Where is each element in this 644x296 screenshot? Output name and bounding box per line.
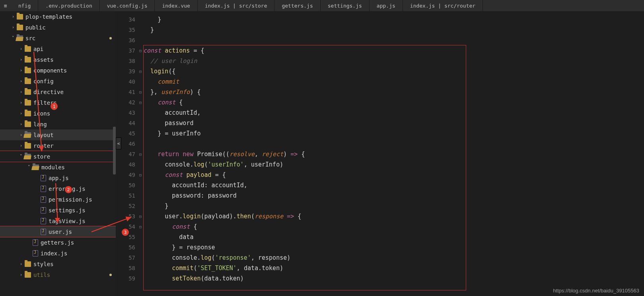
code-line[interactable]: commit <box>143 76 644 87</box>
code-editor[interactable]: 3435363738394041424344454647484950515253… <box>116 11 644 296</box>
code-line[interactable]: return new Promise((resolve, reject) => … <box>143 149 644 159</box>
line-number: 47 <box>116 149 138 159</box>
chevron-right-icon[interactable]: › <box>19 46 23 51</box>
sidebar-collapse-handle[interactable]: < <box>116 137 121 149</box>
js-file-icon <box>41 186 46 192</box>
code-line[interactable]: password <box>143 118 644 128</box>
tree-item-label: assets <box>33 57 54 63</box>
sidebar-scrollbar-thumb[interactable] <box>113 127 116 174</box>
code-line[interactable]: const { <box>143 97 644 108</box>
folder-api[interactable]: ›api <box>0 43 116 54</box>
code-line[interactable] <box>143 139 644 149</box>
file-getters-js[interactable]: getters.js <box>0 237 116 248</box>
chevron-right-icon[interactable]: › <box>19 132 23 137</box>
code-line[interactable]: password: password <box>143 190 644 201</box>
tab-getters-js[interactable]: getters.js <box>274 0 320 11</box>
folder-open-icon <box>33 165 39 170</box>
chevron-right-icon[interactable]: › <box>19 272 23 277</box>
folder-lang[interactable]: ›lang <box>0 119 116 129</box>
file-app-js[interactable]: app.js <box>0 173 116 183</box>
folder-config[interactable]: ›config <box>0 76 116 86</box>
file-permission-js[interactable]: permission.js <box>0 194 116 205</box>
chevron-down-icon[interactable]: ˅ <box>11 35 15 41</box>
code-line[interactable]: const { <box>143 222 644 232</box>
folder-assets[interactable]: ›assets <box>0 54 116 65</box>
folder-src[interactable]: ˅src <box>0 33 116 43</box>
fold-toggle-icon[interactable]: ⊟ <box>138 170 143 180</box>
code-line[interactable]: login({ <box>143 66 644 76</box>
folder-public[interactable]: ›public <box>0 22 116 33</box>
fold-spacer <box>138 273 143 284</box>
chevron-right-icon[interactable]: › <box>11 14 15 19</box>
code-line[interactable]: console.log('userInfo', userInfo) <box>143 159 644 170</box>
tab-app-js[interactable]: app.js <box>370 0 403 11</box>
file-tagsview-js[interactable]: tagsView.js <box>0 216 116 226</box>
file-errorlog-js[interactable]: errorLog.js <box>0 183 116 194</box>
code-line[interactable]: accountId, <box>143 108 644 118</box>
code-line[interactable]: // user login <box>143 56 644 66</box>
folder-router[interactable]: ›router <box>0 140 116 151</box>
chevron-right-icon[interactable]: › <box>19 143 23 148</box>
code-line[interactable]: data <box>143 232 644 242</box>
code-line[interactable]: user.login(payload).then(response => { <box>143 211 644 222</box>
fold-toggle-icon[interactable]: ⊟ <box>138 211 143 222</box>
code-line[interactable]: setToken(data.token) <box>143 273 644 284</box>
tab--env-production[interactable]: .env.production <box>38 0 99 11</box>
chevron-right-icon[interactable]: › <box>19 100 23 105</box>
chevron-right-icon[interactable]: › <box>11 25 15 30</box>
file-user-js[interactable]: user.js <box>0 226 116 237</box>
code-line[interactable]: } <box>143 201 644 211</box>
code-line[interactable]: const actions = { <box>143 45 644 56</box>
line-number: 55 <box>116 232 138 242</box>
fold-toggle-icon[interactable]: ⊟ <box>138 87 143 97</box>
tab-index-js-src-router[interactable]: index.js | src/router <box>403 0 483 11</box>
folder-icon <box>25 132 31 138</box>
folder-icons[interactable]: ›icons <box>0 108 116 119</box>
code-line[interactable]: console.log('response', response) <box>143 253 644 263</box>
code-line[interactable] <box>143 35 644 45</box>
code-line[interactable]: accountId: accountId, <box>143 180 644 190</box>
fold-spacer <box>138 159 143 170</box>
fold-toggle-icon[interactable]: ⊟ <box>138 66 143 76</box>
folder-store[interactable]: ˅store <box>0 151 116 162</box>
tab-settings-js[interactable]: settings.js <box>321 0 370 11</box>
line-number: 35 <box>116 25 138 35</box>
file-settings-js[interactable]: settings.js <box>0 205 116 216</box>
file-index-js[interactable]: index.js <box>0 248 116 259</box>
tab-nfig[interactable]: nfig <box>11 0 38 11</box>
chevron-right-icon[interactable]: › <box>19 122 23 127</box>
chevron-right-icon[interactable]: › <box>19 111 23 116</box>
fold-toggle-icon[interactable]: ⊟ <box>138 97 143 108</box>
folder-utils[interactable]: ›utils <box>0 269 116 280</box>
fold-toggle-icon[interactable]: ⊟ <box>138 45 143 56</box>
chevron-right-icon[interactable]: › <box>19 78 23 84</box>
chevron-right-icon[interactable]: › <box>19 89 23 94</box>
chevron-right-icon[interactable]: › <box>19 68 23 73</box>
code-line[interactable]: } <box>143 25 644 35</box>
menu-icon[interactable]: ≡ <box>0 0 11 11</box>
chevron-down-icon[interactable]: ˅ <box>19 154 23 159</box>
chevron-right-icon[interactable]: › <box>19 57 23 62</box>
fold-column[interactable]: ⊟⊟⊟⊟⊟⊟⊟⊟ <box>138 11 143 296</box>
tab-vue-config-js[interactable]: vue.config.js <box>100 0 155 11</box>
tab-index-js-src-store[interactable]: index.js | src/store <box>198 0 275 11</box>
folder-styles[interactable]: ›styles <box>0 259 116 269</box>
chevron-down-icon[interactable]: ˅ <box>27 165 31 170</box>
tab-index-vue[interactable]: index.vue <box>155 0 197 11</box>
folder-modules[interactable]: ˅modules <box>0 162 116 173</box>
code-line[interactable]: commit('SET_TOKEN', data.token) <box>143 263 644 273</box>
code-line[interactable]: } <box>143 14 644 25</box>
folder-components[interactable]: ›components <box>0 65 116 76</box>
folder-filters[interactable]: ›filters <box>0 97 116 108</box>
folder-plop-templates[interactable]: ›plop-templates <box>0 11 116 22</box>
fold-toggle-icon[interactable]: ⊟ <box>138 222 143 232</box>
code-content[interactable]: } }const actions = { // user login login… <box>143 11 644 296</box>
code-line[interactable]: const payload = { <box>143 170 644 180</box>
folder-directive[interactable]: ›directive <box>0 86 116 97</box>
chevron-right-icon[interactable]: › <box>19 261 23 267</box>
code-line[interactable]: } = userInfo <box>143 128 644 139</box>
code-line[interactable]: } = response <box>143 242 644 253</box>
folder-layout[interactable]: ›layout <box>0 129 116 140</box>
fold-toggle-icon[interactable]: ⊟ <box>138 149 143 159</box>
code-line[interactable]: }, userInfo) { <box>143 87 644 97</box>
